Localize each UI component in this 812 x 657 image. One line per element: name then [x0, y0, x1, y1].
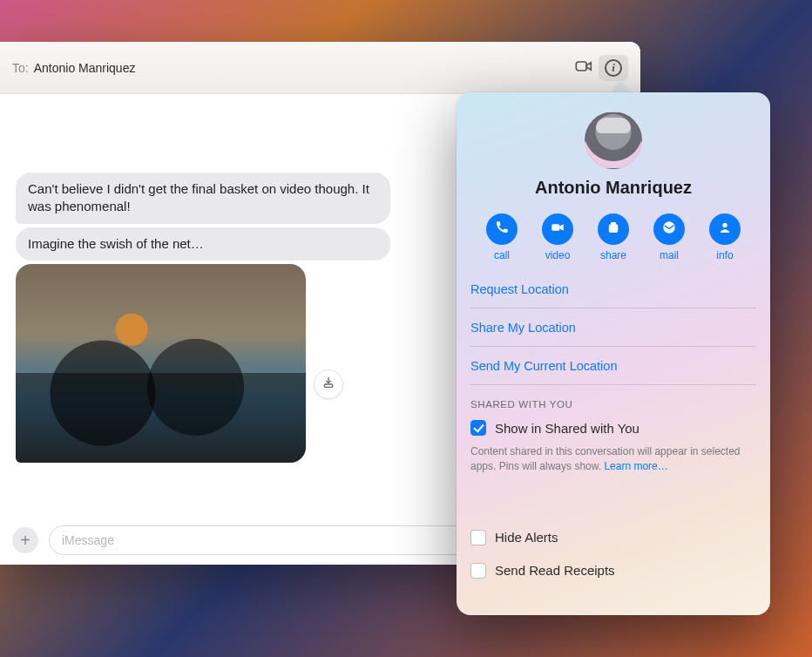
- info-action[interactable]: info: [700, 213, 749, 261]
- call-action[interactable]: call: [477, 213, 526, 261]
- mail-icon: [661, 220, 677, 239]
- details-button[interactable]: i: [599, 55, 628, 81]
- facetime-button[interactable]: [569, 55, 599, 81]
- hide-alerts-label: Hide Alerts: [495, 530, 558, 545]
- video-label: video: [545, 249, 571, 261]
- image-message[interactable]: [16, 264, 306, 463]
- share-action[interactable]: share: [589, 213, 638, 261]
- request-location-link[interactable]: Request Location: [470, 270, 756, 308]
- show-shared-checkbox[interactable]: [470, 420, 486, 436]
- details-popover: Antonio Manriquez call video share: [457, 92, 770, 615]
- svg-rect-3: [609, 224, 619, 233]
- read-receipts-checkbox[interactable]: [470, 563, 486, 579]
- contact-avatar[interactable]: [585, 112, 642, 169]
- show-shared-row[interactable]: Show in Shared with You: [470, 417, 756, 444]
- svg-rect-0: [576, 61, 586, 70]
- call-label: call: [494, 249, 510, 261]
- download-icon: [321, 376, 335, 393]
- read-receipts-row[interactable]: Send Read Receipts: [470, 554, 756, 579]
- share-my-location-link[interactable]: Share My Location: [470, 308, 756, 347]
- svg-rect-4: [611, 222, 616, 225]
- incoming-bubble[interactable]: Imagine the swish of the net…: [16, 227, 390, 261]
- send-current-location-link[interactable]: Send My Current Location: [470, 347, 756, 385]
- plus-icon: +: [20, 532, 30, 549]
- quick-actions: call video share mail: [457, 213, 770, 267]
- to-label: To:: [12, 61, 29, 75]
- person-icon: [717, 220, 733, 239]
- video-action[interactable]: video: [533, 213, 582, 261]
- tapback-save-button[interactable]: [314, 369, 343, 399]
- hide-alerts-row[interactable]: Hide Alerts: [470, 521, 756, 554]
- info-label: info: [716, 249, 733, 261]
- mail-label: mail: [660, 249, 679, 261]
- svg-rect-2: [551, 224, 559, 231]
- to-recipient[interactable]: Antonio Manriquez: [34, 61, 136, 75]
- svg-point-6: [722, 223, 727, 227]
- svg-point-5: [663, 221, 675, 234]
- share-label: share: [600, 249, 626, 261]
- phone-icon: [494, 220, 510, 239]
- svg-rect-1: [324, 384, 332, 387]
- learn-more-link[interactable]: Learn more…: [604, 460, 667, 472]
- info-icon: i: [605, 59, 622, 77]
- mail-action[interactable]: mail: [645, 213, 694, 261]
- hide-alerts-checkbox[interactable]: [470, 530, 486, 545]
- read-receipts-label: Send Read Receipts: [495, 563, 615, 578]
- shared-with-you-header: SHARED WITH YOU: [470, 385, 756, 417]
- titlebar: To: Antonio Manriquez i: [0, 42, 640, 94]
- share-icon: [606, 220, 621, 239]
- video-icon: [550, 220, 565, 239]
- incoming-bubble[interactable]: Can't believe I didn't get the final bas…: [16, 173, 390, 224]
- video-icon: [574, 57, 593, 79]
- shared-help-text: Content shared in this conversation will…: [470, 444, 756, 486]
- apps-button[interactable]: +: [12, 527, 38, 553]
- contact-name: Antonio Manriquez: [457, 178, 770, 198]
- location-links: Request Location Share My Location Send …: [457, 267, 770, 579]
- show-shared-label: Show in Shared with You: [495, 421, 639, 436]
